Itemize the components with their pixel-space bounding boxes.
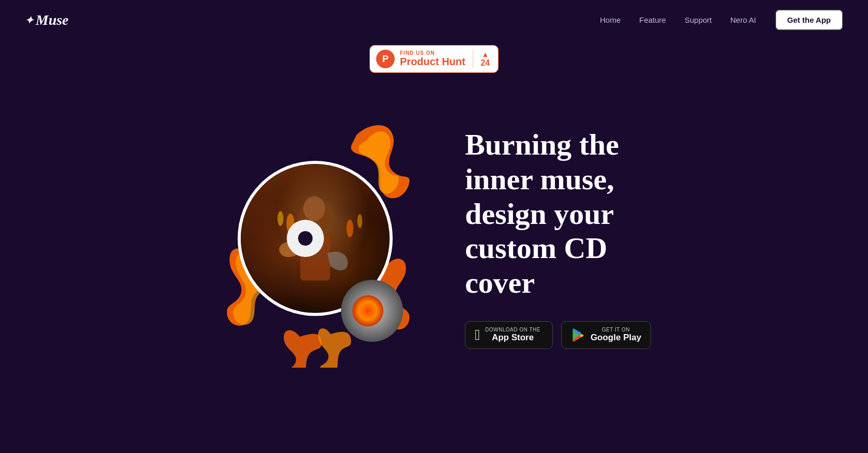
nav-nero-ai[interactable]: Nero AI bbox=[731, 16, 756, 24]
googleplay-text: GET IT ON Google Play bbox=[591, 327, 641, 343]
hero-heading-line3: design your bbox=[465, 197, 614, 231]
store-buttons-row:  Download on the App Store GET IT ON Go bbox=[465, 321, 651, 349]
svg-point-5 bbox=[303, 196, 325, 221]
svg-point-1 bbox=[277, 211, 284, 226]
product-hunt-divider bbox=[473, 50, 474, 68]
product-hunt-find-label: FIND US ON bbox=[400, 50, 466, 56]
hero-heading-line5: cover bbox=[465, 266, 535, 299]
nav-links: Home Feature Support Nero AI Get the App bbox=[600, 9, 843, 31]
product-hunt-name: Product Hunt bbox=[400, 56, 466, 68]
hero-heading-line2: inner muse, bbox=[465, 162, 614, 196]
product-hunt-text: FIND US ON Product Hunt bbox=[400, 50, 466, 68]
appstore-small-label: Download on the bbox=[485, 327, 540, 333]
svg-point-2 bbox=[346, 220, 353, 238]
product-hunt-votes: ▲ 24 bbox=[481, 50, 490, 68]
cd-reflection bbox=[341, 280, 403, 342]
googleplay-button[interactable]: GET IT ON Google Play bbox=[561, 321, 651, 349]
product-hunt-icon: P bbox=[376, 50, 395, 68]
logo-star: ✦ bbox=[25, 14, 34, 26]
svg-point-3 bbox=[357, 214, 362, 228]
hero-heading: Burning the inner muse, design your cust… bbox=[465, 128, 651, 300]
hero-heading-line1: Burning the bbox=[465, 128, 619, 161]
cd-center-hole bbox=[287, 220, 324, 257]
hero-heading-line4: custom CD bbox=[465, 231, 607, 265]
cd-visual bbox=[217, 130, 413, 347]
hero-text-area: Burning the inner muse, design your cust… bbox=[465, 128, 651, 349]
logo[interactable]: ✦ Muse bbox=[25, 12, 69, 28]
googleplay-big-label: Google Play bbox=[591, 333, 641, 343]
navbar: ✦ Muse Home Feature Support Nero AI Get … bbox=[0, 0, 868, 40]
hero-section: Burning the inner muse, design your cust… bbox=[0, 83, 868, 394]
google-play-icon bbox=[571, 328, 585, 342]
logo-text: Muse bbox=[36, 12, 69, 28]
get-app-button[interactable]: Get the App bbox=[775, 9, 843, 31]
appstore-text: Download on the App Store bbox=[485, 327, 540, 343]
cd-glow bbox=[352, 295, 383, 326]
nav-feature[interactable]: Feature bbox=[639, 16, 666, 24]
apple-icon:  bbox=[475, 327, 480, 343]
product-hunt-badge[interactable]: P FIND US ON Product Hunt ▲ 24 bbox=[369, 45, 499, 73]
nav-support[interactable]: Support bbox=[685, 16, 712, 24]
vote-count: 24 bbox=[481, 58, 490, 68]
googleplay-small-label: GET IT ON bbox=[591, 327, 641, 333]
vote-arrow-icon: ▲ bbox=[482, 50, 489, 58]
appstore-big-label: App Store bbox=[485, 333, 540, 343]
product-hunt-section: P FIND US ON Product Hunt ▲ 24 bbox=[0, 45, 868, 73]
nav-home[interactable]: Home bbox=[600, 16, 621, 24]
cd-hole-inner bbox=[298, 231, 313, 246]
appstore-button[interactable]:  Download on the App Store bbox=[465, 321, 553, 349]
